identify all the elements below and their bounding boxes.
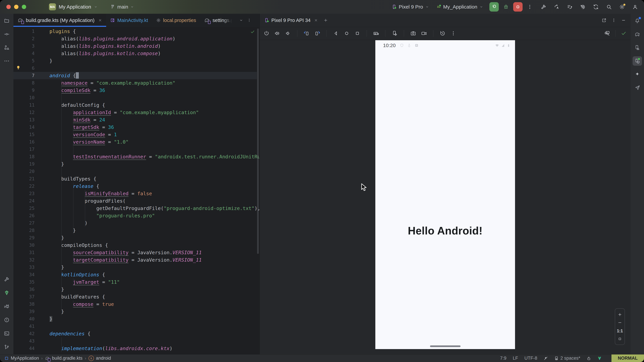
zoom-mode-button[interactable] (604, 30, 610, 36)
device-manager-tool-button[interactable] (632, 43, 642, 52)
lambda-block-icon: λ (88, 356, 94, 361)
tab-local-properties[interactable]: local.properties (152, 14, 200, 27)
breadcrumb-file[interactable]: build.gradle.kts (52, 356, 82, 361)
structure-tool-button[interactable] (2, 43, 12, 52)
volume-down-button[interactable] (285, 30, 291, 36)
project-avatar: MA (49, 3, 56, 10)
code-editor[interactable]: 1234567891011121314151617181920212223242… (14, 27, 259, 355)
gradle-file-icon (45, 356, 50, 361)
zoom-in-button[interactable] (618, 312, 622, 317)
android-icon (436, 4, 441, 9)
indent-widget[interactable]: 2 spaces* (554, 356, 580, 361)
caret-position[interactable]: 7:9 (500, 356, 506, 361)
tab-label: build.gradle.kts (My Application) (26, 17, 94, 23)
breadcrumb-project[interactable]: MyApplication (11, 356, 39, 361)
hide-panel-icon[interactable] (621, 18, 626, 23)
logcat-tool-button[interactable] (2, 302, 12, 311)
project-name: My Application (59, 4, 91, 10)
gradle-tool-button[interactable] (632, 29, 642, 39)
more-tools-button[interactable] (2, 56, 12, 66)
mouse-cursor (361, 183, 368, 192)
running-devices-tool-button[interactable] (632, 56, 642, 66)
device-status-bar: 10:20 (375, 40, 515, 48)
apply-changes-button[interactable] (554, 4, 560, 10)
gemini-tool-button[interactable] (632, 70, 642, 79)
sync-gradle-button[interactable] (593, 4, 599, 10)
minimize-window-button[interactable] (14, 5, 18, 9)
device-tab-label: Pixel 9 Pro API 34 (271, 17, 310, 23)
vim-mode-badge[interactable]: NORMAL (612, 355, 644, 362)
chevron-down-icon (425, 5, 429, 9)
commit-tool-button[interactable] (2, 29, 12, 39)
build-hammer-button[interactable] (541, 4, 546, 10)
inspections-ok-icon[interactable] (250, 29, 255, 34)
tab-mainactivity-kt[interactable]: MainActivity.kt (106, 14, 152, 27)
zoom-actual-size-button[interactable]: 1:1 (617, 329, 623, 333)
version-control-tool-button[interactable] (2, 343, 12, 352)
problems-tool-button[interactable] (2, 315, 12, 325)
vcs-branch-widget[interactable]: main (110, 4, 134, 10)
file-encoding[interactable]: UTF-8 (524, 356, 537, 361)
screen-record-button[interactable] (421, 30, 427, 36)
tab-options-kebab-icon[interactable] (247, 14, 252, 27)
device-settings-button[interactable] (392, 30, 398, 36)
vim-plugin-icon[interactable] (598, 356, 602, 361)
app-insights-tool-button[interactable] (632, 83, 642, 92)
branch-name: main (117, 4, 128, 10)
rotate-left-button[interactable] (304, 30, 310, 36)
reset-button[interactable] (440, 30, 446, 36)
unlock-icon[interactable] (587, 356, 591, 361)
gem-tool-button[interactable] (2, 288, 12, 298)
close-window-button[interactable] (6, 5, 11, 9)
project-tool-button[interactable] (2, 16, 12, 25)
close-device-tab-icon[interactable] (314, 18, 318, 22)
ai-assistant-disabled-icon[interactable] (544, 356, 548, 361)
emulator-more-kebab-icon[interactable] (450, 30, 456, 36)
branch-icon (110, 4, 115, 9)
terminal-tool-button[interactable] (2, 329, 12, 338)
notifications-button[interactable] (632, 16, 642, 25)
home-button[interactable] (344, 30, 350, 36)
hardware-input-button[interactable] (373, 30, 379, 36)
run-configuration-selector[interactable]: My_Application (436, 4, 483, 10)
rotate-right-button[interactable] (314, 30, 320, 36)
account-button[interactable] (632, 4, 638, 10)
build-tool-button[interactable] (2, 275, 12, 284)
screenshot-button[interactable] (410, 30, 416, 36)
apply-code-changes-button[interactable] (567, 4, 572, 10)
running-devices-header: Pixel 9 Pro API 34 (260, 14, 630, 27)
debug-button[interactable] (503, 4, 509, 10)
tab-build-gradle-kts[interactable]: build.gradle.kts (My Application) (14, 14, 106, 27)
back-button[interactable] (333, 30, 339, 36)
more-run-actions-button[interactable] (527, 4, 533, 10)
breadcrumb-element[interactable]: android (96, 356, 111, 361)
add-device-tab-icon[interactable] (323, 18, 328, 23)
zoom-out-button[interactable] (618, 320, 622, 325)
power-button[interactable] (264, 30, 269, 36)
device-tab[interactable]: Pixel 9 Pro API 34 (263, 17, 319, 23)
intention-bulb-icon[interactable] (16, 65, 21, 70)
rerun-button[interactable] (489, 2, 499, 11)
tab-settings-gradle[interactable]: settings.g (200, 14, 237, 27)
attach-debugger-button[interactable] (580, 4, 586, 10)
zoom-fit-button[interactable] (618, 337, 622, 341)
panel-options-kebab-icon[interactable] (612, 18, 616, 23)
search-everywhere-button[interactable] (606, 4, 612, 10)
device-screen[interactable]: 10:20 Hello Android! (375, 40, 515, 349)
run-configuration-label: My_Application (443, 4, 477, 10)
line-separator[interactable]: LF (513, 356, 518, 361)
stop-button[interactable] (513, 2, 522, 11)
open-in-window-icon[interactable] (602, 18, 606, 23)
zoom-window-button[interactable] (22, 5, 26, 9)
gesture-navigation-handle[interactable] (430, 346, 460, 347)
device-phone-icon (392, 4, 397, 9)
left-tool-stripe (0, 14, 14, 355)
close-tab-icon[interactable] (98, 18, 102, 22)
editor-scrollbar[interactable] (257, 28, 259, 254)
volume-up-button[interactable] (274, 30, 280, 36)
hidden-tabs-chevron-icon[interactable] (239, 14, 243, 27)
settings-button[interactable] (619, 4, 625, 10)
project-widget[interactable]: MA My Application (49, 3, 98, 10)
device-selector[interactable]: Pixel 9 Pro (392, 4, 429, 10)
overview-button[interactable] (354, 30, 360, 36)
